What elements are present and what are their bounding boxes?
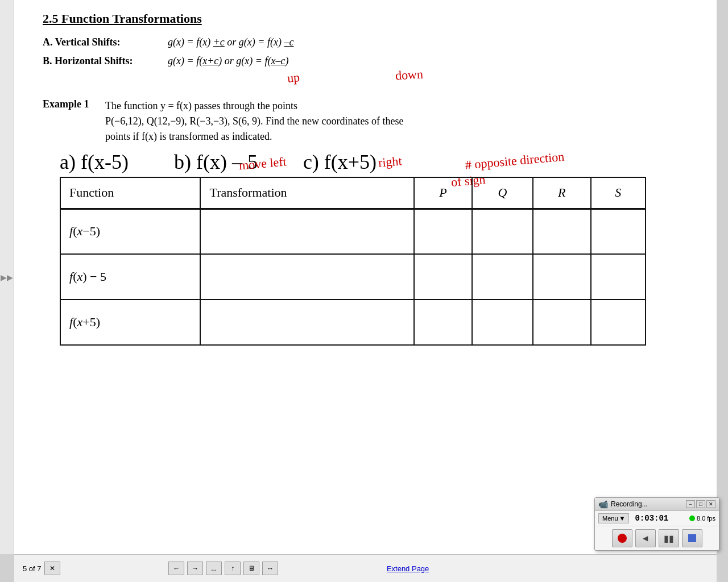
extend-page-link[interactable]: Extend Page xyxy=(387,564,429,573)
pause-button[interactable]: ▮▮ xyxy=(659,529,679,547)
minimize-btn[interactable]: – xyxy=(686,500,695,508)
table-container: Function Transformation P Q R S f(x−5) xyxy=(60,177,677,346)
collapse-icon: ▶▶ xyxy=(1,273,13,282)
title-bar-buttons: – □ ✕ xyxy=(686,500,715,508)
row1-q xyxy=(472,209,533,254)
transform-a: a) f(x-5) xyxy=(60,150,129,174)
vertical-shifts-formula: g(x) = f(x) +c or g(x) = f(x) –c xyxy=(168,36,293,48)
row3-p xyxy=(414,300,472,345)
nav-monitor-btn[interactable]: 🖥 xyxy=(243,562,259,575)
recording-widget: 📹 Recording... – □ ✕ Menu ▼ 0:03:01 8.0 … xyxy=(594,497,719,551)
menu-arrow-icon: ▼ xyxy=(619,515,626,522)
page-info: 5 of 7 xyxy=(23,564,42,573)
col-header-r: R xyxy=(533,177,591,209)
fps-indicator: 8.0 fps xyxy=(689,515,715,522)
table-row: f(x−5) xyxy=(60,209,646,254)
row3-q xyxy=(472,300,533,345)
nav-close-btn[interactable]: ✕ xyxy=(44,562,60,575)
table-row: f(x+5) xyxy=(60,300,646,345)
record-button[interactable] xyxy=(612,529,632,547)
col-header-function: Function xyxy=(60,177,200,209)
recording-camera-icon: 📹 xyxy=(598,500,608,509)
nav-prev-btn[interactable]: ← xyxy=(168,562,184,575)
sidebar-handle[interactable]: ▶▶ xyxy=(0,0,14,554)
nav-up-btn[interactable]: ↑ xyxy=(225,562,241,575)
table-header-row: Function Transformation P Q R S xyxy=(60,177,646,209)
step-back-btn[interactable]: ◀ xyxy=(635,529,656,547)
section-b-label: B. Horizontal Shifts: xyxy=(43,55,168,67)
transforms-row: a) f(x-5) b) f(x) – 5 c) f(x+5) xyxy=(60,150,694,174)
row1-s xyxy=(591,209,646,254)
restore-btn[interactable]: □ xyxy=(696,500,705,508)
recording-title-text: Recording... xyxy=(611,500,648,508)
annotation-down: down xyxy=(395,67,423,84)
section-a-label: A. Vertical Shifts: xyxy=(43,36,168,48)
transform-c: c) f(x+5) xyxy=(303,150,377,174)
recording-title-bar: 📹 Recording... – □ ✕ xyxy=(595,498,719,511)
example-text: The function y = f(x) passes through the… xyxy=(105,98,404,144)
stop-button[interactable] xyxy=(682,529,702,547)
example-line3: points if f(x) is transformed as indicat… xyxy=(105,129,404,144)
row1-r xyxy=(533,209,591,254)
main-content: 2.5 Function Transformations A. Vertical… xyxy=(14,0,717,554)
col-header-transformation: Transformation xyxy=(200,177,414,209)
annotation-up: up xyxy=(287,70,300,86)
nav-buttons: ← → ... ↑ 🖥 ↔ xyxy=(168,562,278,575)
row1-function: f(x−5) xyxy=(60,209,200,254)
menu-button[interactable]: Menu ▼ xyxy=(598,513,629,523)
horizontal-shifts-formula: g(x) = f(x+c) or g(x) = f(x–c) xyxy=(168,55,288,67)
stop-icon xyxy=(688,534,696,542)
row2-transformation xyxy=(200,254,414,300)
row3-s xyxy=(591,300,646,345)
bottom-bar: 5 of 7 ✕ ← → ... ↑ 🖥 ↔ Extend Page xyxy=(14,554,717,582)
row1-p xyxy=(414,209,472,254)
nav-expand-btn[interactable]: ↔ xyxy=(262,562,278,575)
col-header-s: S xyxy=(591,177,646,209)
row3-transformation xyxy=(200,300,414,345)
pause-icon: ▮▮ xyxy=(664,533,674,544)
row1-transformation xyxy=(200,209,414,254)
col-header-q: Q xyxy=(472,177,533,209)
example-label: Example 1 xyxy=(43,98,105,110)
example-line2: P(−6,12), Q(12,−9), R(−3,−3), S(6, 9). F… xyxy=(105,114,404,129)
page-navigation: 5 of 7 ✕ xyxy=(23,562,60,575)
row2-function: f(x) − 5 xyxy=(60,254,200,300)
row2-s xyxy=(591,254,646,300)
row2-q xyxy=(472,254,533,300)
recording-controls: ◀ ▮▮ xyxy=(595,526,719,550)
page-title: 2.5 Function Transformations xyxy=(43,11,694,26)
timer-display: 0:03:01 xyxy=(635,514,668,523)
recording-title: 📹 Recording... xyxy=(598,500,648,509)
fps-text: 8.0 fps xyxy=(697,515,715,522)
step-back-icon: ◀ xyxy=(643,534,648,542)
annotation-right: right xyxy=(378,153,403,171)
nav-more-btn[interactable]: ... xyxy=(206,562,222,575)
example-line1: The function y = f(x) passes through the… xyxy=(105,98,404,114)
recording-info-row: Menu ▼ 0:03:01 8.0 fps xyxy=(595,511,719,526)
menu-label: Menu xyxy=(602,515,618,522)
row2-r xyxy=(533,254,591,300)
close-btn[interactable]: ✕ xyxy=(706,500,715,508)
record-circle-icon xyxy=(618,534,627,543)
example-block: Example 1 The function y = f(x) passes t… xyxy=(43,98,694,144)
table-row: f(x) − 5 xyxy=(60,254,646,300)
row3-function: f(x+5) xyxy=(60,300,200,345)
row3-r xyxy=(533,300,591,345)
nav-next-btn[interactable]: → xyxy=(187,562,203,575)
col-header-p: P xyxy=(414,177,472,209)
function-table: Function Transformation P Q R S f(x−5) xyxy=(60,177,646,346)
fps-status-dot xyxy=(689,516,695,521)
row2-p xyxy=(414,254,472,300)
